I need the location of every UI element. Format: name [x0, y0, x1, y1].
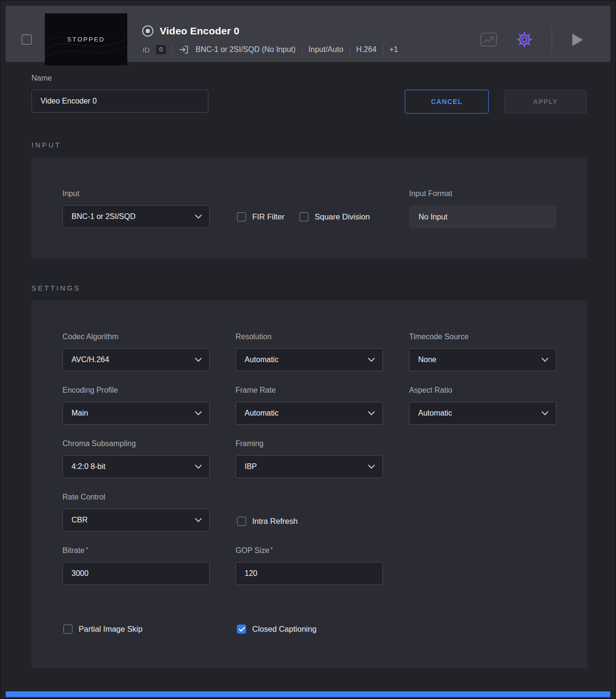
stats-icon [480, 32, 497, 47]
resolution-value: Automatic [245, 355, 278, 364]
intra-refresh-checkbox[interactable] [237, 517, 246, 526]
required-marker: • [85, 544, 88, 552]
settings-section-heading: SETTINGS [31, 284, 81, 292]
resolution-field: Resolution Automatic [236, 333, 383, 371]
bitrate-label-wrap: Bitrate• [62, 546, 210, 555]
separator [383, 45, 383, 54]
settings-button[interactable] [516, 31, 533, 48]
bitrate-input[interactable] [62, 562, 210, 585]
framing-value: IBP [245, 462, 257, 471]
header-actions [480, 11, 584, 68]
intra-refresh-checkbox-item[interactable]: Intra Refresh [237, 515, 298, 527]
preview-thumbnail: STOPPED [45, 13, 127, 65]
encoding-profile-field: Encoding Profile Main [62, 386, 210, 425]
separator [349, 45, 350, 54]
input-format-value: No Input [409, 205, 556, 229]
codec-algorithm-field: Codec Algorithm AVC/H.264 [62, 333, 210, 371]
bitrate-label: Bitrate [62, 546, 84, 554]
codec-algorithm-select[interactable]: AVC/H.264 [62, 348, 210, 371]
square-division-checkbox[interactable] [299, 212, 308, 221]
codec-algorithm-label: Codec Algorithm [62, 333, 210, 342]
vertical-divider [552, 27, 552, 52]
partial-image-skip-checkbox-item[interactable]: Partial Image Skip [63, 623, 143, 635]
chevron-down-icon [195, 411, 202, 416]
closed-captioning-label[interactable]: Closed Captioning [252, 625, 317, 634]
cancel-button[interactable]: CANCEL [405, 90, 489, 114]
apply-button[interactable]: APPLY [504, 90, 587, 114]
page-title: Video Encoder 0 [160, 25, 239, 37]
chevron-down-icon [368, 465, 375, 469]
input-summary: BNC-1 or 2SI/SQD (No Input) [195, 45, 296, 54]
bitrate-field: Bitrate• [62, 546, 210, 585]
timecode-source-field: Timecode Source None [409, 333, 556, 371]
aspect-ratio-field: Aspect Ratio Automatic [409, 386, 556, 425]
aspect-ratio-label: Aspect Ratio [409, 386, 556, 395]
chroma-subsampling-field: Chroma Subsampling 4:2:0 8-bit [62, 439, 210, 478]
chroma-subsampling-label: Chroma Subsampling [62, 439, 210, 449]
play-icon [571, 33, 584, 47]
input-label: Input [62, 189, 210, 198]
closed-captioning-checkbox[interactable] [237, 625, 246, 634]
partial-image-skip-checkbox[interactable] [63, 625, 72, 634]
input-select-value: BNC-1 or 2SI/SQD [72, 212, 135, 221]
gop-size-label-wrap: GOP Size• [236, 546, 383, 555]
frame-rate-label: Frame Rate [236, 386, 383, 395]
intra-refresh-label[interactable]: Intra Refresh [252, 517, 298, 526]
resolution-select[interactable]: Automatic [236, 348, 383, 371]
chroma-subsampling-select[interactable]: 4:2:0 8-bit [62, 455, 210, 478]
id-badge: 0 [156, 45, 166, 54]
fir-filter-label[interactable]: FIR Filter [252, 212, 285, 221]
framing-field: Framing IBP [236, 439, 383, 478]
codec-summary: H.264 [356, 45, 377, 54]
partial-image-skip-label[interactable]: Partial Image Skip [79, 625, 143, 634]
name-input[interactable] [31, 90, 208, 113]
square-division-label[interactable]: Square Division [315, 212, 370, 221]
mode-summary: Input/Auto [308, 45, 343, 54]
more-summary: +1 [390, 45, 398, 54]
chevron-down-icon [195, 465, 202, 469]
id-label: ID [143, 46, 150, 54]
encoding-profile-label: Encoding Profile [62, 386, 210, 395]
chevron-down-icon [195, 518, 202, 522]
chroma-subsampling-value: 4:2:0 8-bit [72, 462, 105, 471]
framing-select[interactable]: IBP [236, 455, 383, 478]
required-marker: • [270, 544, 273, 552]
stats-button[interactable] [480, 32, 497, 47]
bottom-accent-bar [6, 691, 610, 697]
chevron-down-icon [368, 411, 375, 416]
gop-size-field: GOP Size• [236, 546, 383, 585]
frame-rate-select[interactable]: Automatic [236, 402, 383, 425]
rate-control-select[interactable]: CBR [62, 509, 210, 532]
separator [172, 45, 173, 54]
fir-filter-checkbox-item[interactable]: FIR Filter [237, 211, 285, 222]
closed-captioning-checkbox-item[interactable]: Closed Captioning [237, 623, 317, 635]
frame-rate-field: Frame Rate Automatic [236, 386, 383, 425]
title-row: Video Encoder 0 [142, 25, 239, 37]
square-division-checkbox-item[interactable]: Square Division [299, 211, 370, 222]
input-format-label: Input Format [409, 189, 556, 198]
gop-size-label: GOP Size [236, 546, 269, 554]
timecode-source-select[interactable]: None [409, 348, 556, 371]
input-section-heading: INPUT [31, 141, 62, 149]
stop-status-icon [142, 25, 154, 37]
start-button[interactable] [571, 33, 584, 47]
encoder-meta-row: ID 0 BNC-1 or 2SI/SQD (No Input) Input/A… [143, 44, 398, 55]
fir-filter-checkbox[interactable] [237, 212, 246, 221]
rate-control-label: Rate Control [62, 493, 210, 502]
gop-size-input[interactable] [236, 562, 383, 585]
input-field: Input BNC-1 or 2SI/SQD [62, 189, 210, 228]
rate-control-field: Rate Control CBR [62, 493, 210, 532]
chevron-down-icon [542, 411, 548, 416]
gear-icon [516, 31, 533, 48]
encoding-profile-value: Main [72, 409, 88, 417]
chevron-down-icon [542, 358, 548, 362]
encoder-select-checkbox[interactable] [21, 34, 32, 45]
timecode-source-label: Timecode Source [409, 333, 556, 342]
aspect-ratio-select[interactable]: Automatic [409, 402, 556, 425]
encoding-profile-select[interactable]: Main [62, 402, 210, 425]
encoder-header: STOPPED Video Encoder 0 ID 0 BNC-1 or 2S… [6, 6, 610, 62]
chevron-down-icon [195, 358, 202, 362]
resolution-label: Resolution [236, 333, 383, 342]
input-select[interactable]: BNC-1 or 2SI/SQD [62, 205, 210, 228]
rate-control-value: CBR [72, 516, 88, 524]
